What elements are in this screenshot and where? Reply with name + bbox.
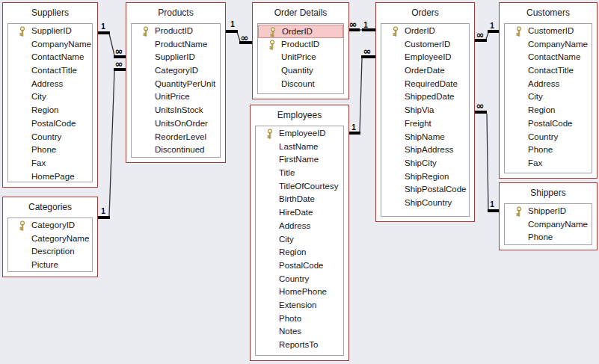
- many-label: ∞: [115, 46, 123, 57]
- relationship-line[interactable]: [109, 71, 114, 216]
- one-cardinality-bar: [349, 132, 360, 135]
- one-cardinality-bar: [98, 216, 110, 219]
- relationship-orders-orderid--order-details-orderid[interactable]: 1∞: [349, 19, 375, 31]
- relationship-products-productid--order-details-productid[interactable]: 1∞: [226, 20, 252, 45]
- one-cardinality-bar: [488, 30, 499, 33]
- one-label: 1: [230, 20, 235, 28]
- one-cardinality-bar: [98, 31, 110, 34]
- relationship-line[interactable]: [237, 32, 240, 41]
- many-label: ∞: [349, 19, 357, 30]
- relationship-suppliers-supplierid--products-supplierid[interactable]: 1∞: [98, 22, 126, 59]
- relationship-canvas: 1∞1∞1∞1∞1∞1∞1∞ SuppliersSupplierIDCompan…: [0, 0, 599, 364]
- many-label: ∞: [476, 100, 485, 111]
- relationship-line[interactable]: [486, 33, 488, 39]
- many-label: ∞: [476, 29, 485, 40]
- many-label: ∞: [115, 58, 123, 70]
- one-label: 1: [363, 21, 368, 29]
- one-label: 1: [351, 123, 356, 132]
- relationship-line[interactable]: [360, 58, 362, 132]
- relationship-line[interactable]: [487, 114, 488, 210]
- many-label: ∞: [363, 46, 372, 57]
- relationship-line[interactable]: [109, 34, 114, 55]
- many-label: ∞: [241, 32, 249, 43]
- relationship-employees-employeeid--orders-employeeid[interactable]: 1∞: [349, 46, 375, 135]
- relationship-shippers-shipperid--orders-shipvia[interactable]: 1∞: [475, 100, 499, 212]
- one-cardinality-bar: [362, 28, 375, 31]
- relationship-categories-categoryid--products-categoryid[interactable]: 1∞: [98, 58, 126, 219]
- relationship-lines-layer: 1∞1∞1∞1∞1∞1∞1∞: [0, 0, 599, 364]
- one-cardinality-bar: [226, 30, 238, 33]
- one-label: 1: [490, 200, 494, 209]
- one-label: 1: [490, 22, 494, 30]
- one-label: 1: [101, 22, 105, 31]
- relationship-customers-customerid--orders-customerid[interactable]: 1∞: [475, 22, 499, 43]
- one-label: 1: [101, 207, 105, 215]
- one-cardinality-bar: [488, 209, 499, 212]
